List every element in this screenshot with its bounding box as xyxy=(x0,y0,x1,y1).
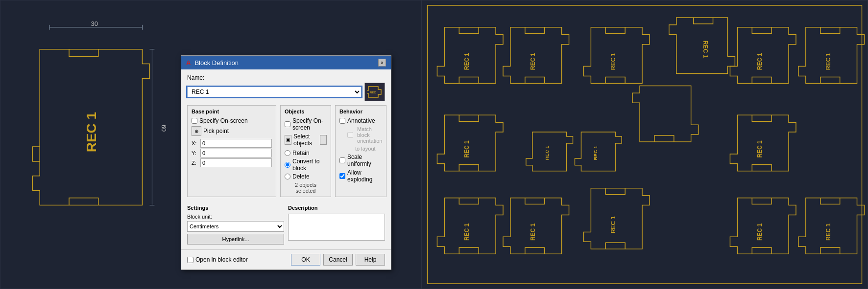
ok-button[interactable]: OK xyxy=(291,254,320,266)
block4-label: REC 1 xyxy=(756,53,763,70)
annotative-checkbox[interactable] xyxy=(339,118,345,124)
select-objects-label: Select objects xyxy=(293,133,318,147)
help-button[interactable]: Help xyxy=(356,254,385,266)
hyperlink-button[interactable]: Hyperlink... xyxy=(187,234,284,245)
y-coord-row: Y: xyxy=(192,149,272,157)
block-r2l-label: REC 1 xyxy=(463,140,470,158)
block-row2-right: REC 1 xyxy=(730,115,796,171)
select-objects-icon: ▣ xyxy=(285,135,291,145)
autocad-icon: A xyxy=(186,59,191,67)
dim-60: 60 xyxy=(160,125,168,132)
rec1-label-left: REC 1 xyxy=(84,112,99,152)
x-coord-row: X: xyxy=(192,139,272,148)
pick-point-label: Pick point xyxy=(203,128,229,134)
behavior-title: Behavior xyxy=(339,109,382,114)
dim-30: 30 xyxy=(91,20,98,27)
dialog-body: Name: REC 1 REC Base xyxy=(181,69,391,249)
right-cad-panel: REC 1 REC 1 REC 1 REC 1 REC 1 xyxy=(421,0,868,289)
select-objects-button[interactable]: ▣ Select objects xyxy=(285,133,327,147)
dialog-title: Block Definition xyxy=(194,59,239,67)
x-label: X: xyxy=(192,140,198,146)
block-row3-center: REC 1 xyxy=(583,188,650,249)
objects-count: 2 objects selected xyxy=(285,182,327,194)
retain-radio-row: Retain xyxy=(285,150,327,156)
objects-title: Objects xyxy=(285,109,327,114)
x-input[interactable] xyxy=(200,139,272,148)
base-point-section: Base point Specify On-screen ⊕ Pick poin… xyxy=(187,105,276,197)
block-5: REC 1 xyxy=(798,27,865,84)
specify-onscreen-obj-label: Specify On-screen xyxy=(292,117,327,131)
description-textarea[interactable] xyxy=(288,214,385,241)
block-row3-r2: REC 1 xyxy=(798,198,865,254)
convert-radio-row: Convert to block xyxy=(285,158,327,172)
block3-label: REC 1 xyxy=(610,53,617,70)
dialog-close-button[interactable]: × xyxy=(378,59,386,67)
match-block-label: Match block orientation xyxy=(357,126,382,144)
scale-uniformly-checkbox[interactable] xyxy=(339,157,345,163)
description-section: Description xyxy=(288,205,385,245)
block-r3r-label: REC 1 xyxy=(756,223,763,241)
block-r2cr-label: REC 1 xyxy=(593,146,598,160)
specify-onscreen-bp-row: Specify On-screen xyxy=(192,117,272,124)
block2-label: REC 1 xyxy=(530,53,536,70)
block-row2-cl: REC 1 xyxy=(526,132,573,171)
delete-radio[interactable] xyxy=(285,174,290,179)
left-cad-panel: 30 60 REC 1 A Block Definition × xyxy=(0,0,421,289)
block-definition-dialog: A Block Definition × Name: REC 1 REC xyxy=(181,55,391,270)
z-label: Z: xyxy=(192,160,198,166)
block1-label: REC 1 xyxy=(463,53,470,70)
block-r3c-label: REC 1 xyxy=(610,216,617,234)
z-input[interactable] xyxy=(200,158,272,167)
scale-uniformly-label: Scale uniformly xyxy=(347,154,382,167)
cancel-button[interactable]: Cancel xyxy=(323,254,353,266)
settings-section: Settings Block unit: Centimeters Hyperli… xyxy=(187,205,284,245)
specify-onscreen-bp-checkbox[interactable] xyxy=(192,118,197,124)
footer-buttons: OK Cancel Help xyxy=(291,254,385,266)
specify-onscreen-obj-checkbox[interactable] xyxy=(285,121,290,127)
block-r3l-label: REC 1 xyxy=(463,223,470,241)
block-r3r2-label: REC 1 xyxy=(825,223,832,241)
allow-exploding-checkbox[interactable] xyxy=(339,173,345,179)
convert-radio[interactable] xyxy=(285,162,290,168)
block-row2-left: REC 1 xyxy=(437,115,503,171)
dialog-footer: Open in block editor OK Cancel Help xyxy=(181,249,391,269)
annotative-label: Annotative xyxy=(347,117,375,124)
block-row3-l2: REC 1 xyxy=(503,198,569,254)
match-block-subsection: Match block orientation to layout xyxy=(347,126,382,152)
allow-exploding-row: Allow exploding xyxy=(339,169,382,183)
match-block-checkbox xyxy=(347,132,353,138)
retain-radio[interactable] xyxy=(285,150,290,156)
behavior-section: Behavior Annotative Match block orientat… xyxy=(335,105,386,197)
three-col-layout: Base point Specify On-screen ⊕ Pick poin… xyxy=(187,105,385,197)
y-input[interactable] xyxy=(200,149,272,157)
specify-onscreen-obj-row: Specify On-screen xyxy=(285,117,327,131)
block3b-label: REC 1 xyxy=(702,41,709,58)
open-editor-row: Open in block editor xyxy=(187,256,248,263)
name-row: Name: REC 1 REC xyxy=(187,74,385,101)
block-3: REC 1 xyxy=(583,27,650,84)
block-3b: REC 1 xyxy=(669,18,735,74)
open-editor-checkbox[interactable] xyxy=(187,257,193,263)
pick-icon: ⊕ xyxy=(192,126,201,136)
block-row3-right: REC 1 xyxy=(730,198,796,254)
z-coord-row: Z: xyxy=(192,158,272,167)
settings-description-row: Settings Block unit: Centimeters Hyperli… xyxy=(187,201,385,245)
block-row2-cr: REC 1 xyxy=(575,132,622,171)
block-r2r-label: REC 1 xyxy=(756,140,763,158)
delete-radio-row: Delete xyxy=(285,173,327,180)
match-block-row: Match block orientation xyxy=(347,126,382,144)
objects-section: Objects Specify On-screen ▣ Select objec… xyxy=(280,105,331,197)
block-unit-select[interactable]: Centimeters xyxy=(187,221,284,232)
dialog-title-left: A Block Definition xyxy=(186,59,239,67)
settings-title: Settings xyxy=(187,205,284,211)
name-select[interactable]: REC 1 xyxy=(187,87,362,97)
block5-label: REC 1 xyxy=(825,53,832,70)
block-icon-preview: REC xyxy=(364,83,385,101)
name-label: Name: xyxy=(187,74,385,81)
block-4: REC 1 xyxy=(730,27,796,84)
svg-text:REC: REC xyxy=(370,91,376,94)
pick-point-button[interactable]: ⊕ Pick point xyxy=(192,126,272,136)
select-extra-icon xyxy=(320,135,327,145)
to-layout-label: to layout xyxy=(355,146,382,152)
block-row3-left: REC 1 xyxy=(437,198,503,254)
